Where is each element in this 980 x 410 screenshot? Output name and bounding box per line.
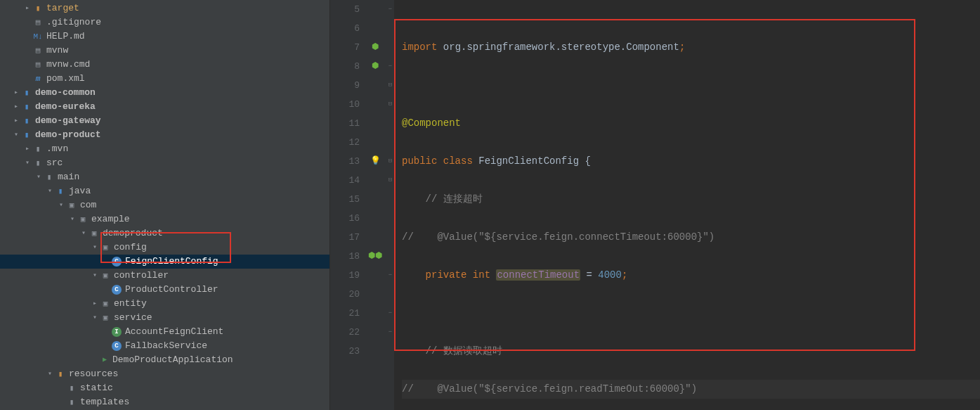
tree-item-templates[interactable]: ▸▮templates <box>0 395 329 409</box>
folder-icon: ▮ <box>66 397 77 408</box>
folder-icon: ▮ <box>32 158 44 169</box>
tree-item-demo-product[interactable]: ▾▮demo-product <box>0 128 329 142</box>
tree-item-pom[interactable]: ▸mpom.xml <box>0 72 329 86</box>
package-icon: ▣ <box>66 200 77 211</box>
resources-folder-icon: ▮ <box>55 369 66 380</box>
tree-item-gitignore[interactable]: ▸▤.gitignore <box>0 15 329 30</box>
tree-item-account-feign-client[interactable]: ▸IAccountFeignClient <box>0 325 329 339</box>
module-icon: ▮ <box>21 101 32 113</box>
module-icon: ▮ <box>21 87 32 98</box>
package-icon: ▣ <box>100 312 111 323</box>
tree-item-config[interactable]: ▾▣config <box>0 241 329 255</box>
run-icon: ▶ <box>100 355 110 365</box>
spring-bean-icon[interactable]: ⬢⬢ <box>364 247 386 266</box>
tree-item-main[interactable]: ▾▮main <box>0 170 329 184</box>
class-icon: C <box>111 284 122 295</box>
folder-icon: ▮ <box>32 3 44 14</box>
class-icon: C <box>111 340 122 352</box>
tree-item-mvnwcmd[interactable]: ▸▤mvnw.cmd <box>0 58 329 72</box>
project-tree[interactable]: ▸▮target ▸▤.gitignore ▸M↓HELP.md ▸▤mvnw … <box>0 0 330 410</box>
tree-item-demoproduct[interactable]: ▾▣demoproduct <box>0 226 329 241</box>
tree-item-java[interactable]: ▾▮java <box>0 184 329 198</box>
fold-gutter[interactable]: − −⊟⊟ ⊟⊟ −−− <box>386 0 395 410</box>
source-folder-icon: ▮ <box>55 186 66 197</box>
tree-item-static[interactable]: ▸▮static <box>0 381 329 395</box>
folder-icon: ▮ <box>66 383 77 394</box>
code-editor[interactable]: 5 6 7 8 9 10 11 12 13 14 15 16 17 18 19 … <box>330 0 980 410</box>
package-icon: ▣ <box>100 298 111 309</box>
tree-item-demo-gateway[interactable]: ▸▮demo-gateway <box>0 114 329 128</box>
tree-item-entity[interactable]: ▸▣entity <box>0 297 329 311</box>
package-icon: ▣ <box>100 270 111 281</box>
file-icon: ▤ <box>32 59 44 70</box>
package-icon: ▣ <box>100 242 111 253</box>
tree-item-src[interactable]: ▾▮src <box>0 156 329 170</box>
tree-item-mvnw[interactable]: ▸▤mvnw <box>0 44 329 58</box>
interface-icon: I <box>111 326 122 338</box>
markdown-icon: M↓ <box>32 31 44 42</box>
spring-component-icon[interactable]: ⬢ <box>364 38 386 57</box>
file-icon: ▤ <box>32 17 44 28</box>
tree-item-mvn[interactable]: ▸▮.mvn <box>0 142 329 156</box>
tree-item-demo-eureka[interactable]: ▸▮demo-eureka <box>0 100 329 114</box>
tree-item-demo-product-application[interactable]: ▸▶DemoProductApplication <box>0 353 329 367</box>
tree-item-service[interactable]: ▾▣service <box>0 311 329 325</box>
tree-item-fallback-service[interactable]: ▸CFallbackService <box>0 339 329 353</box>
code-text[interactable]: import org.springframework.stereotype.Co… <box>395 0 980 410</box>
folder-icon: ▮ <box>44 172 55 183</box>
code-highlight-annotation <box>394 19 915 351</box>
spring-bean-icon[interactable]: ⬢ <box>364 57 386 76</box>
package-icon: ▣ <box>89 228 100 239</box>
intention-bulb-icon[interactable]: 💡 <box>364 152 386 171</box>
maven-icon: m <box>32 73 44 84</box>
tree-item-help[interactable]: ▸M↓HELP.md <box>0 30 329 44</box>
tree-item-product-controller[interactable]: ▸CProductController <box>0 283 329 297</box>
module-icon: ▮ <box>21 115 32 127</box>
line-number-gutter: 5 6 7 8 9 10 11 12 13 14 15 16 17 18 19 … <box>330 0 364 410</box>
tree-item-demo-common[interactable]: ▸▮demo-common <box>0 86 329 100</box>
tree-item-controller[interactable]: ▾▣controller <box>0 269 329 283</box>
tree-item-example[interactable]: ▾▣example <box>0 212 329 226</box>
module-icon: ▮ <box>21 129 32 141</box>
class-icon: C <box>111 256 122 267</box>
tree-item-resources[interactable]: ▾▮resources <box>0 367 329 381</box>
folder-icon: ▮ <box>32 143 44 155</box>
tree-item-target[interactable]: ▸▮target <box>0 1 329 15</box>
tree-item-feign-client-config[interactable]: ▸CFeignClientConfig <box>0 255 329 269</box>
tree-item-com[interactable]: ▾▣com <box>0 198 329 212</box>
gutter-icons: ⬢ ⬢ 💡 ⬢⬢ <box>364 0 386 410</box>
package-icon: ▣ <box>77 214 89 225</box>
file-icon: ▤ <box>32 45 44 56</box>
